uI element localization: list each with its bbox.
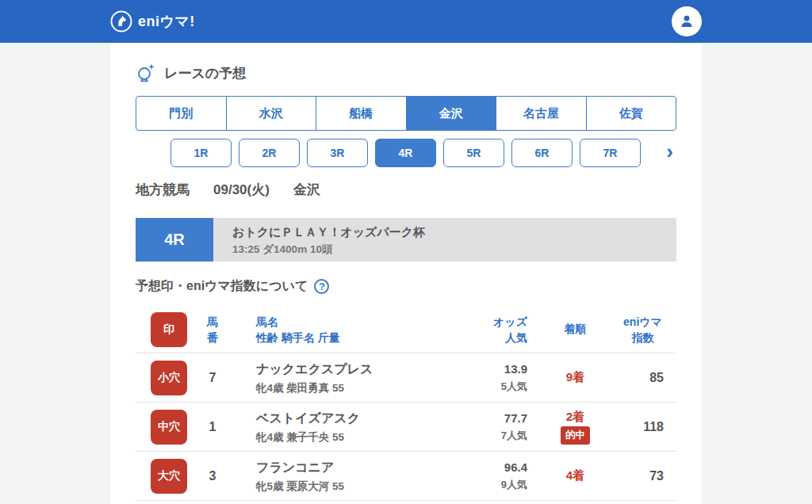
index-info-row: 予想印・eniウマ指数について ? (136, 278, 676, 295)
horse-name: フランコニア (256, 458, 446, 476)
eniuma-index: 73 (609, 469, 676, 483)
prediction-table: 印 馬 番 馬名 性齢 騎手名 斤量 オッズ 人気 着順 eniウマ 指数 小穴… (136, 307, 676, 501)
col-header-odds: オッズ 人気 (446, 314, 542, 346)
index-info-label: 予想印・eniウマ指数について (136, 278, 308, 295)
table-header-row: 印 馬 番 馬名 性齢 騎手名 斤量 オッズ 人気 着順 eniウマ 指数 (136, 307, 676, 353)
horse-detail: 牝4歳 柴田勇真 55 (256, 380, 446, 396)
result: 2着 (542, 410, 609, 425)
logo[interactable]: eniウマ! (110, 10, 195, 32)
odds-value: 77.7 (446, 410, 527, 427)
col-header-result: 着順 (542, 323, 609, 337)
odds-cell: 13.9 5人気 (446, 361, 542, 395)
race-tab-7r[interactable]: 7R (580, 139, 641, 167)
eniuma-index: 118 (609, 420, 676, 434)
race-number-badge: 4R (136, 218, 213, 262)
odds-value: 13.9 (446, 361, 527, 378)
crystal-ball-icon (136, 63, 156, 83)
mark-badge: 小穴 (151, 361, 187, 395)
col-header-index: eniウマ 指数 (609, 314, 676, 346)
app-header: eniウマ! (0, 0, 812, 43)
eniuma-index: 85 (609, 371, 676, 385)
race-tab-2r[interactable]: 2R (239, 139, 300, 167)
horse-name-cell: ベストイズアスク 牝4歳 兼子千央 55 (237, 409, 446, 445)
result: 4着 (542, 468, 609, 483)
col-header-name: 馬名 性齢 騎手名 斤量 (237, 314, 446, 346)
main-card: レースの予想 門別 水沢 船橋 金沢 名古屋 佐賀 1R 2R 3R 4R 5R… (110, 43, 702, 504)
venue-tab-funabashi[interactable]: 船橋 (316, 97, 406, 130)
section-heading: レースの予想 (136, 43, 676, 83)
race-category: 地方競馬 (136, 181, 190, 199)
table-row: 中穴 1 ベストイズアスク 牝4歳 兼子千央 55 77.7 7人気 2着 的中… (136, 403, 676, 452)
result-cell: 2着 的中 (542, 410, 609, 445)
mark-badge: 大穴 (151, 459, 187, 494)
chevron-right-icon[interactable]: › (666, 141, 676, 165)
race-tab-4r[interactable]: 4R (375, 139, 436, 167)
mark-header-badge: 印 (151, 312, 187, 347)
hit-badge: 的中 (561, 426, 590, 445)
question-icon[interactable]: ? (314, 279, 329, 294)
race-tab-6r[interactable]: 6R (511, 139, 573, 167)
odds-cell: 96.4 9人気 (446, 459, 542, 494)
race-meta: 地方競馬 09/30(火) 金沢 (136, 181, 676, 199)
venue-tab-nagoya[interactable]: 名古屋 (496, 97, 586, 130)
odds-cell: 77.7 7人気 (446, 410, 542, 445)
horse-name: ベストイズアスク (256, 409, 446, 427)
user-icon (677, 12, 696, 31)
odds-value: 96.4 (446, 459, 527, 476)
logo-text: eniウマ! (138, 12, 195, 31)
race-banner-body: おトクにＰＬＡＹ！オッズパーク杯 13:25 ダ1400m 10頭 (213, 218, 676, 262)
race-tab-bar: 1R 2R 3R 4R 5R 6R 7R › (136, 139, 676, 167)
horse-detail: 牝5歳 栗原大河 55 (256, 479, 446, 494)
horse-name-cell: フランコニア 牝5歳 栗原大河 55 (237, 458, 446, 494)
horse-number: 7 (188, 371, 237, 385)
race-details: 13:25 ダ1400m 10頭 (232, 242, 676, 257)
venue-tab-monbetsu[interactable]: 門別 (136, 97, 226, 130)
col-header-number: 馬 番 (188, 314, 237, 346)
user-avatar-button[interactable] (672, 6, 702, 36)
venue-tab-kanazawa[interactable]: 金沢 (406, 97, 496, 130)
horse-icon (110, 10, 132, 32)
mark-badge: 中穴 (151, 410, 187, 445)
page-title: レースの予想 (164, 64, 246, 82)
race-tab-5r[interactable]: 5R (443, 139, 504, 167)
table-row: 大穴 3 フランコニア 牝5歳 栗原大河 55 96.4 9人気 4着 73 (136, 452, 676, 501)
horse-number: 1 (188, 420, 237, 434)
venue-tab-bar: 門別 水沢 船橋 金沢 名古屋 佐賀 (136, 96, 676, 131)
race-tab-1r[interactable]: 1R (170, 139, 232, 167)
popularity: 5人気 (446, 380, 527, 395)
race-venue: 金沢 (293, 181, 320, 199)
race-date: 09/30(火) (213, 181, 270, 199)
race-banner: 4R おトクにＰＬＡＹ！オッズパーク杯 13:25 ダ1400m 10頭 (136, 218, 676, 262)
popularity: 9人気 (446, 478, 527, 493)
horse-detail: 牝4歳 兼子千央 55 (256, 430, 446, 445)
horse-name-cell: ナックエクスプレス 牝4歳 柴田勇真 55 (237, 360, 446, 396)
venue-tab-mizusawa[interactable]: 水沢 (226, 97, 316, 130)
venue-tab-saga[interactable]: 佐賀 (586, 97, 676, 130)
horse-number: 3 (188, 469, 237, 483)
popularity: 7人気 (446, 429, 527, 444)
race-tab-3r[interactable]: 3R (307, 139, 368, 167)
result: 9着 (542, 370, 609, 385)
horse-name: ナックエクスプレス (256, 360, 446, 378)
race-title: おトクにＰＬＡＹ！オッズパーク杯 (232, 225, 676, 240)
table-row: 小穴 7 ナックエクスプレス 牝4歳 柴田勇真 55 13.9 5人気 9着 8… (136, 353, 676, 403)
